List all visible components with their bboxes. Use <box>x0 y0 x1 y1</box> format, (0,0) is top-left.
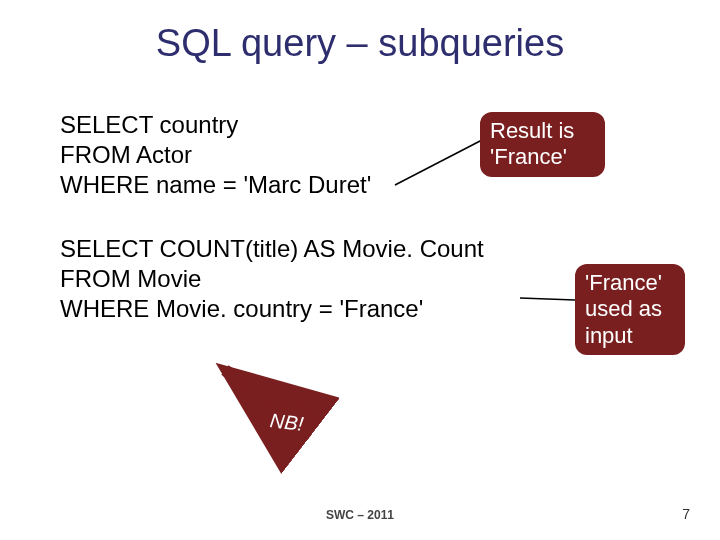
callout-result: Result is 'France' <box>480 112 605 177</box>
callout2-line1: 'France' <box>585 270 675 296</box>
query2-line2: FROM Movie <box>60 264 660 294</box>
nb-callout: NB! <box>258 402 315 443</box>
query2-line1: SELECT COUNT(title) AS Movie. Count <box>60 234 660 264</box>
page-number: 7 <box>682 506 690 522</box>
callout-input: 'France' used as input <box>575 264 685 355</box>
slide-title: SQL query – subqueries <box>0 0 720 65</box>
callout2-line3: input <box>585 323 675 349</box>
query-block-2: SELECT COUNT(title) AS Movie. Count FROM… <box>60 234 660 324</box>
footer-text: SWC – 2011 <box>0 508 720 522</box>
callout1-line1: Result is <box>490 118 595 144</box>
callout1-line2: 'France' <box>490 144 595 170</box>
slide: SQL query – subqueries SELECT country FR… <box>0 0 720 540</box>
callout2-line2: used as <box>585 296 675 322</box>
query2-line3: WHERE Movie. country = 'France' <box>60 294 660 324</box>
svg-marker-4 <box>225 370 250 395</box>
